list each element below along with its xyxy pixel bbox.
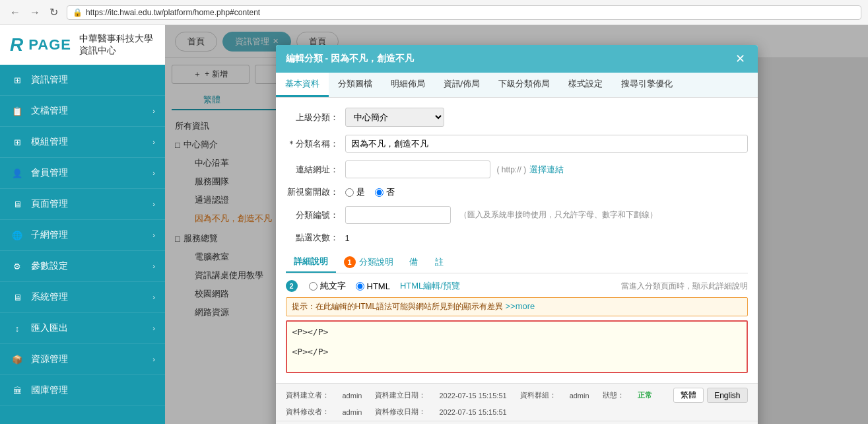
sidebar-item-param-setting[interactable]: ⚙ 參數設定 › [0, 251, 165, 282]
click-count-value: 1 [345, 233, 350, 243]
status-badge: 正常 [638, 390, 652, 400]
footer-lang-en[interactable]: English [707, 388, 747, 403]
radio-yes-input[interactable] [345, 188, 354, 197]
resource-icon: 📦 [10, 352, 24, 367]
sidebar-label-national-mgmt: 國庫管理 [31, 384, 155, 396]
dialog-tab-category-img[interactable]: 分類圖檔 [329, 73, 382, 97]
sidebar-item-subnet-mgmt[interactable]: 🌐 子網管理 › [0, 220, 165, 251]
dialog-tabs: 基本資料 分類圖檔 明細佈局 資訊/佈局 下級分類佈局 樣式設定 搜尋引擎優化 [276, 73, 758, 98]
plain-text-radio[interactable] [309, 282, 317, 291]
url-bar[interactable]: 🔒 https://itc.hwai.edu.tw/platform/home.… [67, 5, 861, 20]
dialog-tab-basic[interactable]: 基本資料 [276, 73, 329, 97]
dialog-tab-style[interactable]: 樣式設定 [559, 73, 612, 97]
footer-lang-btns: 繁體 English [673, 388, 747, 403]
sidebar-item-module-mgmt[interactable]: ⊞ 模組管理 › [0, 127, 165, 158]
dialog-body: 上級分類： 中心簡介 ＊分類名稱： [276, 98, 758, 383]
arrow-icon4: › [152, 200, 155, 208]
category-name-input[interactable] [345, 135, 748, 153]
plain-text-option[interactable]: 純文字 [309, 280, 346, 292]
subnet-icon: 🌐 [10, 228, 24, 242]
dialog-tab-detail-layout[interactable]: 明細佈局 [382, 73, 434, 97]
radio-no-input[interactable] [375, 188, 384, 197]
dialog-footer-info: 資料建立者： admin 資料建立日期： 2022-07-15 15:15:51… [276, 383, 758, 407]
sidebar-item-resource-mgmt[interactable]: 📦 資源管理 › [0, 344, 165, 375]
page-icon: 🖥 [10, 197, 24, 211]
forward-button[interactable]: → [26, 5, 44, 20]
dialog-tab-seo[interactable]: 搜尋引擎優化 [612, 73, 682, 97]
refresh-button[interactable]: ↻ [46, 5, 61, 20]
sidebar-item-national-mgmt[interactable]: 🏛 國庫管理 [0, 375, 165, 406]
plain-text-label: 純文字 [320, 280, 346, 292]
desc-tabs: 詳細說明 1分類說明 備 註 [286, 252, 748, 273]
dialog-close-button[interactable]: ✕ [733, 52, 748, 66]
radio-yes[interactable]: 是 [345, 186, 365, 198]
gear-icon: ⚙ [10, 259, 24, 273]
arrow-icon3: › [152, 169, 155, 177]
radio-yes-label: 是 [356, 186, 365, 198]
sidebar-item-doc-mgmt[interactable]: 📋 文檔管理 › [0, 96, 165, 127]
group-value: admin [570, 392, 589, 400]
browser-bar: ← → ↻ 🔒 https://itc.hwai.edu.tw/platform… [0, 0, 868, 25]
browser-nav: ← → ↻ [7, 5, 61, 20]
arrow-icon9: › [152, 355, 155, 363]
dialog-tab-sub-layout[interactable]: 下級分類佈局 [489, 73, 559, 97]
status-label: 狀態： [603, 390, 624, 400]
desc-badge-2: 2 [286, 280, 298, 292]
new-window-label: 新視窗開啟： [286, 186, 339, 198]
created-date-label: 資料建立日期： [375, 390, 426, 400]
radio-no-label: 否 [386, 186, 395, 198]
sidebar-label-subnet-mgmt: 子網管理 [31, 229, 146, 241]
dialog-tab-info-layout[interactable]: 資訊/佈局 [434, 73, 490, 97]
national-icon: 🏛 [10, 383, 24, 398]
editor-line-1: <P></P> [292, 327, 741, 337]
html-radio[interactable] [356, 282, 364, 291]
form-row-parent: 上級分類： 中心簡介 [286, 108, 748, 127]
parent-category-select[interactable]: 中心簡介 [345, 108, 444, 127]
member-icon: 👤 [10, 166, 24, 180]
dialog-title: 編輯分類 - 因為不凡，創造不凡 [286, 53, 414, 65]
html-label: HTML [367, 281, 390, 291]
footer-lang-zh[interactable]: 繁體 [673, 388, 704, 403]
doc-icon: 📋 [10, 104, 24, 118]
sidebar-item-sys-mgmt[interactable]: 🖥 系統管理 › [0, 282, 165, 313]
editor-area[interactable]: <P></P> <P></P> [286, 320, 748, 373]
select-link-button[interactable]: 選擇連結 [529, 164, 564, 176]
sidebar-menu: ⊞ 資訊管理 📋 文檔管理 › ⊞ 模組管理 › 👤 會員管理 › 🖥 頁面管理 [0, 65, 165, 424]
modified-date-value: 2022-07-15 15:15:51 [439, 408, 506, 416]
category-code-input[interactable] [345, 206, 451, 224]
grid-icon: ⊞ [10, 73, 24, 87]
modified-date-label: 資料修改日期： [375, 407, 426, 417]
sidebar-item-member-mgmt[interactable]: 👤 會員管理 › [0, 158, 165, 189]
sidebar-item-info-mgmt[interactable]: ⊞ 資訊管理 [0, 65, 165, 96]
sidebar-label-param-setting: 參數設定 [31, 260, 146, 272]
link-url-label: 連結網址： [286, 164, 339, 176]
link-url-input[interactable] [345, 160, 490, 178]
back-button[interactable]: ← [7, 5, 24, 20]
category-name-label: ＊分類名稱： [286, 138, 339, 150]
desc-tab-detail[interactable]: 詳細說明 [286, 252, 336, 273]
html-edit-preview-link[interactable]: HTML編輯/預覽 [400, 280, 460, 292]
sys-icon: 🖥 [10, 290, 24, 304]
new-window-radio-group: 是 否 [345, 186, 395, 198]
editor-line-2 [292, 337, 741, 347]
dialog-header: 編輯分類 - 因為不凡，創造不凡 ✕ [276, 45, 758, 73]
sidebar-label-member-mgmt: 會員管理 [31, 167, 146, 179]
more-link[interactable]: >>more [506, 301, 535, 311]
category-code-label: 分類編號： [286, 209, 339, 221]
link-url-control: ( http:// ) 選擇連結 [345, 160, 748, 178]
desc-tab-category-desc[interactable]: 1分類說明 [336, 252, 401, 272]
sidebar-item-import-export[interactable]: ↕ 匯入匯出 › [0, 313, 165, 344]
creator-label: 資料建立者： [286, 390, 329, 400]
sidebar-item-page-mgmt[interactable]: 🖥 頁面管理 › [0, 189, 165, 220]
module-icon: ⊞ [10, 135, 24, 149]
radio-no[interactable]: 否 [375, 186, 395, 198]
desc-tab-note[interactable]: 備 註 [401, 252, 451, 272]
sidebar-label-info-mgmt: 資訊管理 [31, 74, 155, 86]
form-row-link: 連結網址： ( http:// ) 選擇連結 [286, 160, 748, 178]
creator-value: admin [343, 392, 362, 400]
arrow-icon7: › [152, 293, 155, 301]
click-count-label: 點選次數： [286, 232, 339, 244]
html-option[interactable]: HTML [356, 281, 390, 291]
modifier-value: admin [343, 408, 362, 416]
sidebar-label-sys-mgmt: 系統管理 [31, 291, 146, 303]
